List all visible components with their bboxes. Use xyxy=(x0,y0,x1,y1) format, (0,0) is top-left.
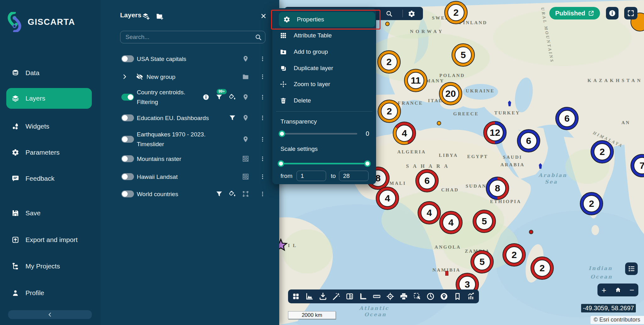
layer-menu-kebab-icon[interactable] xyxy=(260,190,265,198)
toolbar-chart-icon[interactable] xyxy=(305,292,314,300)
search-icon[interactable] xyxy=(255,34,262,41)
layer-menu-kebab-icon[interactable] xyxy=(260,73,265,80)
orange-dot-marker[interactable] xyxy=(437,121,441,125)
layer-visibility-toggle[interactable] xyxy=(121,155,134,162)
cluster-marker-4[interactable]: 4 xyxy=(418,201,441,224)
layer-row-education-eu-dashboards[interactable]: Education EU. Dashboards xyxy=(101,110,279,125)
menu-item-attribute-table[interactable]: Attribute Table xyxy=(272,29,376,42)
cluster-marker-2[interactable]: 2 xyxy=(444,1,468,24)
toolbar-print-icon[interactable] xyxy=(400,292,408,300)
toolbar-pin-circle-icon[interactable] xyxy=(440,292,448,300)
toolbar-apps-icon[interactable] xyxy=(292,292,300,300)
pin-icon[interactable] xyxy=(242,136,249,143)
cluster-marker-2[interactable]: 2 xyxy=(530,256,554,280)
toolbar-ruler-icon[interactable] xyxy=(373,292,381,300)
layer-menu-kebab-icon[interactable] xyxy=(260,93,265,101)
group-visibility-eye-off-icon[interactable] xyxy=(136,73,143,80)
cluster-marker-6[interactable]: 6 xyxy=(517,129,540,152)
menu-item-zoom-to-layer[interactable]: Zoom to layer xyxy=(272,77,376,91)
sidebar-item-profile[interactable]: Profile xyxy=(6,285,92,301)
menu-item-duplicate-layer[interactable]: Duplicate layer xyxy=(272,61,376,75)
toolbar-corner-ruler-icon[interactable] xyxy=(359,292,367,300)
scale-slider-track[interactable] xyxy=(281,163,367,164)
layer-row-earthquakes-1970-2023-timeslider[interactable]: Earthquakes 1970 - 2023.Timeslider xyxy=(101,127,279,151)
toolbar-stats-icon[interactable] xyxy=(467,292,475,300)
sidebar-item-data[interactable]: Data xyxy=(6,65,92,81)
add-group-folder-icon[interactable] xyxy=(156,13,164,20)
legend-button[interactable] xyxy=(625,262,638,275)
fullscreen-button[interactable] xyxy=(624,7,637,19)
layer-menu-kebab-icon[interactable] xyxy=(260,155,265,162)
cluster-marker-20[interactable]: 20 xyxy=(439,82,462,105)
pin-icon[interactable] xyxy=(242,94,249,101)
filter-icon[interactable]: 99+ xyxy=(216,94,223,101)
cluster-marker-2[interactable]: 2 xyxy=(502,243,526,267)
toolbar-download-icon[interactable] xyxy=(319,292,327,300)
zoom-out-button[interactable]: − xyxy=(630,286,634,294)
menu-item-add-to-group[interactable]: Add to group xyxy=(272,45,376,59)
paint-icon[interactable] xyxy=(229,190,236,197)
layer-row-mountains-raster[interactable]: Mountains raster xyxy=(101,151,279,166)
sidebar-item-widgets[interactable]: Widgets xyxy=(6,118,92,135)
cluster-marker-4[interactable]: 4 xyxy=(439,211,463,234)
layer-visibility-toggle[interactable] xyxy=(121,136,134,143)
info-button[interactable] xyxy=(606,7,619,19)
transparency-slider-handle[interactable] xyxy=(279,130,285,137)
cluster-marker-2[interactable]: 2 xyxy=(580,192,603,215)
toolbar-time-icon[interactable] xyxy=(426,292,435,300)
sidebar-item-layers[interactable]: Layers xyxy=(6,88,92,109)
star-marker[interactable] xyxy=(279,238,288,253)
scale-slider-handle-min[interactable] xyxy=(278,160,284,167)
toolbar-locate-icon[interactable] xyxy=(386,292,394,300)
home-button[interactable] xyxy=(615,287,621,293)
red-dot-marker[interactable] xyxy=(529,230,533,234)
sidebar-item-save[interactable]: Save xyxy=(6,205,92,221)
transparency-slider-track[interactable] xyxy=(280,133,357,135)
group-expand-chevron-icon[interactable] xyxy=(121,73,128,80)
close-icon[interactable] xyxy=(260,13,267,19)
cluster-marker-5[interactable]: 5 xyxy=(452,43,475,67)
cluster-marker-4[interactable]: 4 xyxy=(393,122,416,145)
map-settings-gear-icon[interactable] xyxy=(408,10,415,18)
zoom-in-button[interactable]: + xyxy=(602,286,606,294)
toolbar-swipe-icon[interactable] xyxy=(346,292,354,300)
sidebar-item-parameters[interactable]: Parameters xyxy=(6,144,92,161)
red-square-marker[interactable] xyxy=(445,271,448,276)
polygon-icon[interactable] xyxy=(242,190,249,197)
cluster-marker-6[interactable]: 6 xyxy=(555,107,579,130)
sidebar-item-export-and-import[interactable]: Export and import xyxy=(6,232,92,248)
raster-icon[interactable] xyxy=(242,173,249,180)
sidebar-item-my-projects[interactable]: My Projects xyxy=(6,258,92,274)
layer-visibility-toggle[interactable] xyxy=(121,55,134,62)
menu-item-delete[interactable]: Delete xyxy=(272,94,376,107)
menu-item-properties[interactable]: Properties xyxy=(279,12,375,27)
layer-visibility-toggle[interactable] xyxy=(121,173,134,180)
cluster-marker-4[interactable]: 4 xyxy=(376,187,399,210)
layer-row-hawaii-landsat[interactable]: Hawaii Landsat xyxy=(101,169,279,184)
sidebar-item-feedback[interactable]: Feedback xyxy=(6,170,92,187)
layer-menu-kebab-icon[interactable] xyxy=(260,135,265,143)
sidebar-collapse-button[interactable] xyxy=(8,310,92,319)
cluster-marker-5[interactable]: 5 xyxy=(473,210,496,233)
layer-visibility-toggle[interactable] xyxy=(121,190,134,197)
toolbar-wand-icon[interactable] xyxy=(332,292,341,300)
add-layer-icon[interactable] xyxy=(142,13,150,20)
layer-menu-kebab-icon[interactable] xyxy=(260,173,265,180)
published-button[interactable]: Published xyxy=(549,7,600,19)
layer-row-country-centroids-filtering[interactable]: Country centroids.Filtering99+ xyxy=(101,85,279,109)
pin-icon[interactable] xyxy=(242,114,249,121)
scale-to-input[interactable] xyxy=(339,171,369,181)
raster-icon[interactable] xyxy=(242,155,249,162)
layer-menu-kebab-icon[interactable] xyxy=(260,55,265,63)
layer-row-world-countries[interactable]: World countries xyxy=(101,186,279,201)
cluster-marker-2[interactable]: 2 xyxy=(591,140,614,163)
filter-icon[interactable] xyxy=(229,114,236,121)
layer-menu-kebab-icon[interactable] xyxy=(260,114,265,122)
toolbar-bookmark-icon[interactable] xyxy=(453,292,462,300)
layer-row-usa-state-capitals[interactable]: USA State capitals xyxy=(101,51,279,66)
toolbar-select-icon[interactable] xyxy=(413,292,421,300)
layer-visibility-toggle[interactable] xyxy=(121,114,134,121)
cluster-marker-5[interactable]: 5 xyxy=(470,250,494,273)
layers-search-input[interactable] xyxy=(120,31,265,43)
map-search-icon[interactable] xyxy=(386,10,393,17)
